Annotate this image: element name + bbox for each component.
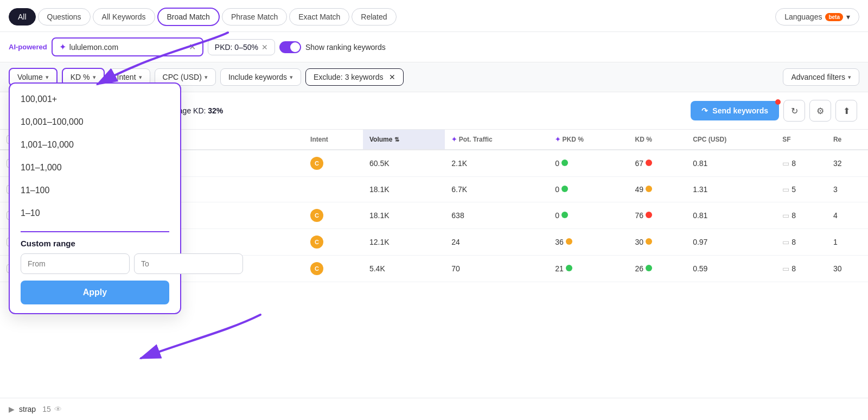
kd-value: 26 bbox=[629, 256, 687, 282]
tab-phrase-match[interactable]: Phrase Match bbox=[222, 8, 287, 26]
sparkle-icon: ✦ bbox=[59, 42, 66, 52]
exclude-clear-icon[interactable]: ✕ bbox=[389, 73, 395, 81]
advanced-chevron-icon: ▾ bbox=[848, 74, 851, 81]
tab-bar: All Questions All Keywords Broad Match P… bbox=[0, 0, 868, 32]
kd-value: 76 bbox=[629, 202, 687, 229]
export-button[interactable]: ⬆ bbox=[835, 100, 857, 122]
ranking-keywords-toggle[interactable] bbox=[279, 41, 301, 53]
volume-from-input[interactable] bbox=[21, 253, 130, 274]
settings-button[interactable]: ⚙ bbox=[809, 100, 831, 122]
re-value: 3 bbox=[827, 177, 868, 202]
volume-value: 18.1K bbox=[363, 177, 445, 202]
pkd-dot bbox=[566, 265, 572, 271]
pkd-dot bbox=[561, 186, 568, 192]
re-value: 4 bbox=[827, 202, 868, 229]
volume-option-10k-100k[interactable]: 10,001–100,000 bbox=[10, 111, 180, 133]
kd-value: 30 bbox=[629, 229, 687, 256]
pkd-clear-icon[interactable]: ✕ bbox=[261, 43, 268, 52]
cpc-value: 0.81 bbox=[686, 202, 776, 229]
kd-column-header: KD % bbox=[629, 130, 687, 150]
tab-all-keywords[interactable]: All Keywords bbox=[93, 8, 155, 26]
volume-column-header[interactable]: Volume ⇅ bbox=[363, 130, 445, 150]
tab-all[interactable]: All bbox=[9, 8, 36, 26]
serp-features-icon: ▭ bbox=[782, 159, 789, 168]
include-keywords-label: Include keywords bbox=[228, 73, 287, 81]
pkd-dot bbox=[566, 238, 572, 245]
notification-dot bbox=[775, 99, 781, 105]
volume-option-100k-plus[interactable]: 100,001+ bbox=[10, 88, 180, 111]
pkd-dot bbox=[561, 160, 568, 166]
sf-column-header: SF bbox=[776, 130, 827, 150]
eye-icon[interactable]: 👁 bbox=[54, 405, 62, 413]
kd-chevron-icon: ▾ bbox=[93, 74, 96, 81]
cpc-value: 0.81 bbox=[686, 150, 776, 177]
export-icon: ⬆ bbox=[843, 106, 850, 116]
pot-traffic-value: 638 bbox=[445, 202, 548, 229]
exclude-keywords-button[interactable]: Exclude: 3 keywords ✕ bbox=[305, 68, 404, 86]
volume-option-11-100[interactable]: 11–100 bbox=[10, 179, 180, 202]
pkd-dot bbox=[561, 212, 568, 218]
advanced-filters-label: Advanced filters bbox=[791, 73, 845, 81]
pot-traffic-value: 24 bbox=[445, 229, 548, 256]
volume-value: 12.1K bbox=[363, 229, 445, 256]
intent-badge: C bbox=[310, 236, 323, 249]
volume-value: 18.1K bbox=[363, 202, 445, 229]
tab-exact-match[interactable]: Exact Match bbox=[289, 8, 349, 26]
refresh-icon: ↻ bbox=[791, 106, 798, 116]
tab-related[interactable]: Related bbox=[352, 8, 396, 26]
search-row: AI-powered ✦ lululemon.com ✕ PKD: 0–50% … bbox=[0, 32, 868, 62]
ai-powered-label: AI-powered bbox=[9, 43, 47, 51]
pkd-filter[interactable]: PKD: 0–50% ✕ bbox=[208, 39, 275, 55]
volume-value: 5.4K bbox=[363, 256, 445, 282]
volume-filter-label: Volume bbox=[17, 73, 43, 81]
cpc-value: 0.97 bbox=[686, 229, 776, 256]
cpc-filter-label: CPC (USD) bbox=[163, 73, 202, 81]
include-keywords-button[interactable]: Include keywords ▾ bbox=[220, 68, 301, 86]
intent-badge: C bbox=[310, 209, 323, 222]
pot-traffic-value: 6.7K bbox=[445, 177, 548, 202]
kd-dot bbox=[646, 160, 652, 166]
refresh-button[interactable]: ↻ bbox=[783, 100, 805, 122]
intent-badge: C bbox=[310, 262, 323, 275]
expand-icon[interactable]: ▶ bbox=[9, 405, 15, 413]
pkd-label: PKD: 0–50% bbox=[215, 43, 258, 52]
serp-features-icon: ▭ bbox=[782, 185, 789, 194]
re-column-header: Re bbox=[827, 130, 868, 150]
custom-range-label: Custom range bbox=[21, 231, 169, 248]
bottom-bar: ▶ strap 15 👁 bbox=[0, 398, 868, 420]
search-box[interactable]: ✦ lululemon.com ✕ bbox=[52, 37, 203, 56]
cpc-column-header: CPC (USD) bbox=[686, 130, 776, 150]
send-keywords-button[interactable]: ↷ Send keywords bbox=[691, 101, 779, 120]
intent-chevron-icon: ▾ bbox=[139, 74, 142, 81]
serp-features-icon: ▭ bbox=[782, 238, 789, 246]
languages-dropdown[interactable]: Languages beta ▾ bbox=[775, 8, 859, 26]
volume-option-101-1k[interactable]: 101–1,000 bbox=[10, 156, 180, 179]
apply-button[interactable]: Apply bbox=[21, 281, 169, 304]
pkd-value: 21 bbox=[548, 256, 628, 282]
advanced-filters-button[interactable]: Advanced filters ▾ bbox=[783, 68, 859, 86]
languages-label: Languages bbox=[784, 12, 822, 21]
serp-features-icon: ▭ bbox=[782, 211, 789, 220]
pkd-value: 0 bbox=[548, 202, 628, 229]
kd-filter-label: KD % bbox=[71, 73, 90, 81]
pkd-value: 36 bbox=[548, 229, 628, 256]
pkd-value: 0 bbox=[548, 150, 628, 177]
kd-value: 49 bbox=[629, 177, 687, 202]
volume-to-input[interactable] bbox=[134, 253, 243, 274]
intent-column-header: Intent bbox=[304, 130, 363, 150]
volume-value: 60.5K bbox=[363, 150, 445, 177]
toggle-label: Show ranking keywords bbox=[305, 43, 386, 52]
volume-option-1k-10k[interactable]: 1,001–10,000 bbox=[10, 133, 180, 156]
kd-dot bbox=[646, 212, 652, 218]
pot-traffic-column-header: ✦ Pot. Traffic bbox=[445, 130, 548, 150]
kd-dot bbox=[646, 265, 652, 271]
kd-value: 67 bbox=[629, 150, 687, 177]
tab-questions[interactable]: Questions bbox=[38, 8, 91, 26]
volume-option-1-10[interactable]: 1–10 bbox=[10, 202, 180, 225]
bottom-keyword: strap bbox=[19, 405, 36, 413]
search-clear-icon[interactable]: ✕ bbox=[189, 42, 196, 52]
tab-broad-match[interactable]: Broad Match bbox=[157, 8, 220, 26]
cpc-value: 0.59 bbox=[686, 256, 776, 282]
volume-chevron-icon: ▾ bbox=[46, 74, 49, 81]
intent-filter-label: Intent bbox=[117, 73, 136, 81]
